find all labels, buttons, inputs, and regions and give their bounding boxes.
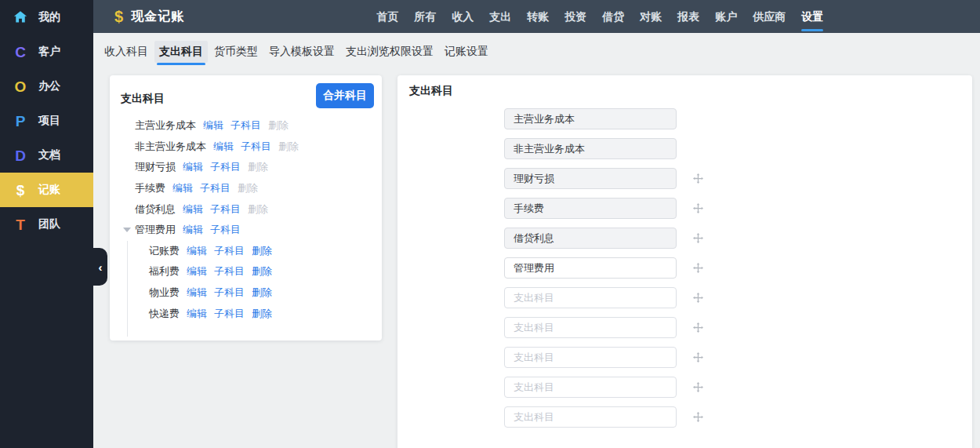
action-edit[interactable]: 编辑 — [183, 202, 203, 217]
main-area: $ 现金记账 首页所有收入支出转账投资借贷对账报表账户供应商设置 收入科目支出科… — [93, 0, 980, 448]
action-edit[interactable]: 编辑 — [183, 223, 203, 237]
sidebar-item-label: 文档 — [38, 148, 60, 162]
nav-item-suppliers[interactable]: 供应商 — [745, 0, 793, 33]
category-input[interactable] — [504, 257, 677, 279]
letter-p-icon: P — [10, 114, 31, 129]
merge-categories-button[interactable]: 合并科目 — [316, 83, 374, 108]
sidebar-item-projects[interactable]: P项目 — [0, 104, 93, 138]
category-name: 主营业务成本 — [135, 118, 196, 133]
action-subaccount[interactable]: 子科目 — [214, 286, 245, 300]
category-input — [504, 198, 677, 219]
action-edit[interactable]: 编辑 — [172, 181, 193, 195]
expense-category-tree-panel: 支出科目 合并科目 主营业务成本编辑子科目删除非主营业务成本编辑子科目删除理财亏… — [110, 75, 382, 341]
category-field-row — [504, 347, 972, 368]
nav-item-invest[interactable]: 投资 — [557, 0, 594, 33]
category-field-row — [504, 168, 972, 189]
action-subaccount[interactable]: 子科目 — [210, 223, 241, 237]
move-icon[interactable] — [693, 203, 703, 213]
sidebar-collapse-handle[interactable]: ‹ — [93, 248, 107, 286]
category-name: 手续费 — [135, 181, 165, 195]
nav-item-settings[interactable]: 设置 — [793, 0, 831, 33]
category-name: 借贷利息 — [135, 202, 176, 217]
tree-item: 快递费编辑子科目删除 — [128, 303, 382, 324]
action-delete: 删除 — [278, 140, 299, 154]
category-input[interactable] — [504, 377, 677, 398]
action-edit[interactable]: 编辑 — [183, 160, 203, 174]
expand-toggle-icon[interactable] — [123, 228, 131, 232]
tab-currency-types[interactable]: 货币类型 — [209, 41, 263, 63]
action-edit[interactable]: 编辑 — [187, 307, 207, 321]
tab-expense-categories[interactable]: 支出科目 — [154, 41, 208, 63]
move-icon[interactable] — [693, 412, 703, 422]
app-title: 现金记账 — [131, 9, 184, 25]
action-subaccount[interactable]: 子科目 — [241, 140, 271, 154]
home-icon — [10, 10, 31, 24]
nav-item-all[interactable]: 所有 — [406, 0, 444, 33]
sidebar-item-mine[interactable]: 我的 — [0, 0, 93, 35]
category-field-row — [504, 138, 972, 159]
sidebar-nav: 我的C客户O办公P项目D文档$记账T团队 — [0, 0, 93, 242]
move-icon[interactable] — [693, 263, 703, 273]
tree-item: 物业费编辑子科目删除 — [128, 282, 382, 304]
sidebar-item-bookkeeping[interactable]: $记账 — [0, 173, 93, 207]
tab-import-template-settings[interactable]: 导入模板设置 — [264, 41, 339, 63]
move-icon[interactable] — [693, 382, 703, 392]
action-delete[interactable]: 删除 — [252, 244, 272, 258]
action-edit[interactable]: 编辑 — [187, 286, 207, 300]
sidebar-item-office[interactable]: O办公 — [0, 69, 93, 104]
action-subaccount[interactable]: 子科目 — [210, 160, 241, 174]
move-icon[interactable] — [693, 173, 703, 184]
nav-item-reports[interactable]: 报表 — [670, 0, 707, 33]
nav-item-loan[interactable]: 借贷 — [594, 0, 632, 33]
action-subaccount[interactable]: 子科目 — [210, 202, 241, 217]
tab-expense-view-permission-settings[interactable]: 支出浏览权限设置 — [341, 41, 438, 63]
category-input — [504, 108, 677, 129]
move-icon[interactable] — [693, 233, 703, 243]
action-delete[interactable]: 删除 — [252, 264, 272, 279]
category-field-row — [504, 406, 972, 428]
action-subaccount[interactable]: 子科目 — [200, 181, 230, 195]
top-header: $ 现金记账 首页所有收入支出转账投资借贷对账报表账户供应商设置 — [93, 0, 980, 33]
settings-tab-bar: 收入科目支出科目货币类型导入模板设置支出浏览权限设置记账设置 — [93, 33, 980, 71]
category-input[interactable] — [504, 406, 677, 428]
action-delete[interactable]: 删除 — [252, 286, 272, 300]
tab-income-categories[interactable]: 收入科目 — [100, 41, 153, 63]
category-input[interactable] — [504, 287, 677, 308]
nav-item-expense[interactable]: 支出 — [481, 0, 519, 33]
sidebar-item-customers[interactable]: C客户 — [0, 35, 93, 69]
category-name: 管理费用 — [135, 223, 176, 237]
category-input — [504, 168, 677, 189]
category-fields — [504, 108, 972, 428]
category-tree: 主营业务成本编辑子科目删除非主营业务成本编辑子科目删除理财亏损编辑子科目删除手续… — [110, 108, 382, 337]
nav-item-home[interactable]: 首页 — [368, 0, 406, 33]
action-subaccount[interactable]: 子科目 — [230, 118, 261, 133]
category-input — [504, 138, 677, 159]
move-icon[interactable] — [693, 293, 703, 303]
action-edit[interactable]: 编辑 — [187, 244, 207, 258]
action-subaccount[interactable]: 子科目 — [214, 264, 245, 279]
action-edit[interactable]: 编辑 — [187, 264, 207, 279]
nav-item-reconcile[interactable]: 对账 — [632, 0, 670, 33]
sidebar-item-label: 我的 — [38, 10, 60, 24]
category-input[interactable] — [504, 317, 677, 338]
nav-item-transfer[interactable]: 转账 — [519, 0, 557, 33]
action-delete[interactable]: 删除 — [252, 307, 272, 321]
sidebar-item-docs[interactable]: D文档 — [0, 138, 93, 173]
nav-item-accounts[interactable]: 账户 — [707, 0, 745, 33]
move-icon[interactable] — [693, 322, 703, 333]
content-area: 支出科目 合并科目 主营业务成本编辑子科目删除非主营业务成本编辑子科目删除理财亏… — [93, 71, 980, 448]
category-field-row — [504, 228, 972, 249]
action-edit[interactable]: 编辑 — [213, 140, 234, 154]
nav-item-income[interactable]: 收入 — [444, 0, 481, 33]
action-subaccount[interactable]: 子科目 — [214, 307, 245, 321]
sidebar-item-label: 项目 — [38, 114, 60, 128]
sidebar-item-team[interactable]: T团队 — [0, 207, 93, 242]
action-subaccount[interactable]: 子科目 — [214, 244, 245, 258]
action-delete: 删除 — [248, 202, 268, 217]
category-field-row — [504, 257, 972, 279]
action-edit[interactable]: 编辑 — [203, 118, 223, 133]
dollar-icon: $ — [10, 183, 31, 198]
move-icon[interactable] — [693, 352, 703, 362]
category-input[interactable] — [504, 347, 677, 368]
tab-bookkeeping-settings[interactable]: 记账设置 — [440, 41, 493, 63]
